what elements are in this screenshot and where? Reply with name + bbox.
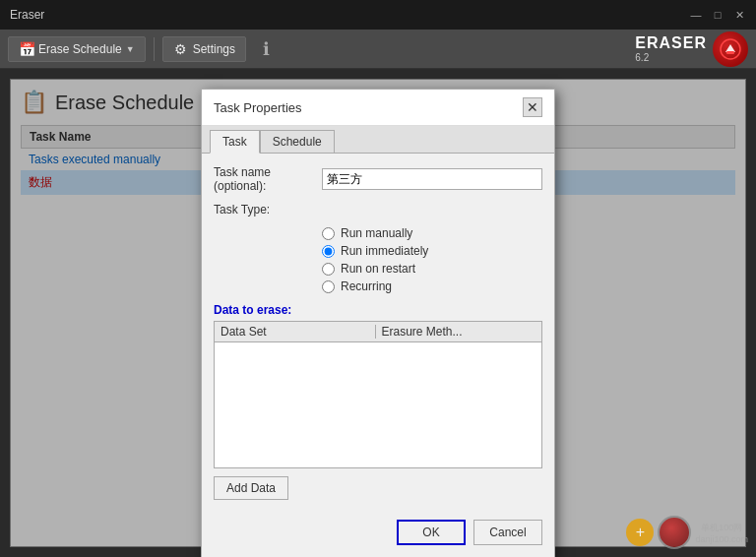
calendar-icon: 📅	[19, 41, 34, 57]
radio-immediately-input[interactable]	[322, 245, 335, 258]
data-to-erase-label: Data to erase:	[214, 303, 542, 317]
logo-version: 6.2	[635, 52, 707, 63]
data-table-body	[215, 342, 541, 463]
radio-manually-label: Run manually	[341, 226, 412, 240]
radio-restart-label: Run on restart	[341, 262, 415, 276]
radio-run-immediately[interactable]: Run immediately	[322, 244, 542, 258]
dialog-content: Task name (optional): Task Type: Run man…	[202, 154, 554, 512]
radio-immediately-label: Run immediately	[341, 244, 428, 258]
task-name-row: Task name (optional):	[214, 165, 542, 193]
logo-title: ERASER	[635, 34, 707, 52]
dialog-close-button[interactable]: ✕	[523, 97, 542, 117]
erase-schedule-button[interactable]: 📅 Erase Schedule ▼	[8, 36, 146, 62]
task-name-label: Task name (optional):	[214, 165, 322, 193]
content-area: 📋 Erase Schedule Task Name Tasks execute…	[0, 69, 756, 557]
watermark: + 单机100网 danji100.com	[626, 516, 748, 549]
watermark-plus-icon[interactable]: +	[626, 519, 654, 546]
logo-text-group: ERASER 6.2	[635, 34, 707, 63]
task-type-row: Task Type:	[214, 203, 542, 217]
title-bar: Eraser — □ ✕	[0, 0, 756, 30]
modal-overlay: Task Properties ✕ Task Schedule	[0, 69, 756, 557]
app-container: 📅 Erase Schedule ▼ ⚙ Settings ℹ ERASER 6…	[0, 30, 756, 557]
svg-rect-1	[726, 51, 734, 54]
info-icon[interactable]: ℹ	[258, 41, 274, 57]
maximize-button[interactable]: □	[711, 8, 724, 22]
eraser-logo-icon	[713, 31, 748, 67]
add-data-button[interactable]: Add Data	[214, 476, 288, 500]
toolbar-divider	[154, 37, 155, 61]
erase-schedule-label: Erase Schedule	[38, 42, 122, 56]
radio-recurring-input[interactable]	[322, 280, 335, 293]
cancel-button[interactable]: Cancel	[473, 520, 542, 545]
dialog-footer: OK Cancel	[202, 512, 554, 557]
minimize-button[interactable]: —	[689, 8, 703, 22]
data-table-header: Data Set Erasure Meth...	[215, 322, 541, 342]
ok-button[interactable]: OK	[397, 520, 466, 545]
watermark-logo	[658, 516, 691, 549]
radio-recurring[interactable]: Recurring	[322, 279, 542, 293]
watermark-text: 单机100网 danji100.com	[695, 522, 748, 544]
radio-restart-input[interactable]	[322, 263, 335, 276]
erasure-method-col-header: Erasure Meth...	[375, 325, 536, 339]
settings-label: Settings	[193, 42, 235, 56]
dialog-title-bar: Task Properties ✕	[202, 90, 554, 126]
task-type-label: Task Type:	[214, 203, 322, 217]
app-title: Eraser	[10, 8, 689, 22]
toolbar: 📅 Erase Schedule ▼ ⚙ Settings ℹ ERASER 6…	[0, 30, 756, 69]
radio-group: Run manually Run immediately Run on rest…	[214, 226, 542, 293]
dialog-title: Task Properties	[214, 100, 302, 115]
gear-icon: ⚙	[173, 41, 189, 57]
radio-manually-input[interactable]	[322, 227, 335, 240]
tab-task[interactable]: Task	[210, 130, 260, 154]
close-button[interactable]: ✕	[732, 8, 746, 22]
task-name-input[interactable]	[322, 168, 542, 190]
data-table: Data Set Erasure Meth...	[214, 321, 542, 468]
settings-button[interactable]: ⚙ Settings	[162, 36, 246, 62]
radio-run-restart[interactable]: Run on restart	[322, 262, 542, 276]
eraser-logo: ERASER 6.2	[635, 31, 748, 67]
radio-run-manually[interactable]: Run manually	[322, 226, 542, 240]
dialog-tabs: Task Schedule	[202, 126, 554, 154]
task-properties-dialog: Task Properties ✕ Task Schedule	[201, 89, 555, 557]
dropdown-arrow: ▼	[126, 44, 135, 54]
dataset-col-header: Data Set	[220, 325, 375, 339]
window-controls: — □ ✕	[689, 8, 746, 22]
tab-schedule[interactable]: Schedule	[260, 130, 335, 153]
radio-recurring-label: Recurring	[341, 279, 392, 293]
